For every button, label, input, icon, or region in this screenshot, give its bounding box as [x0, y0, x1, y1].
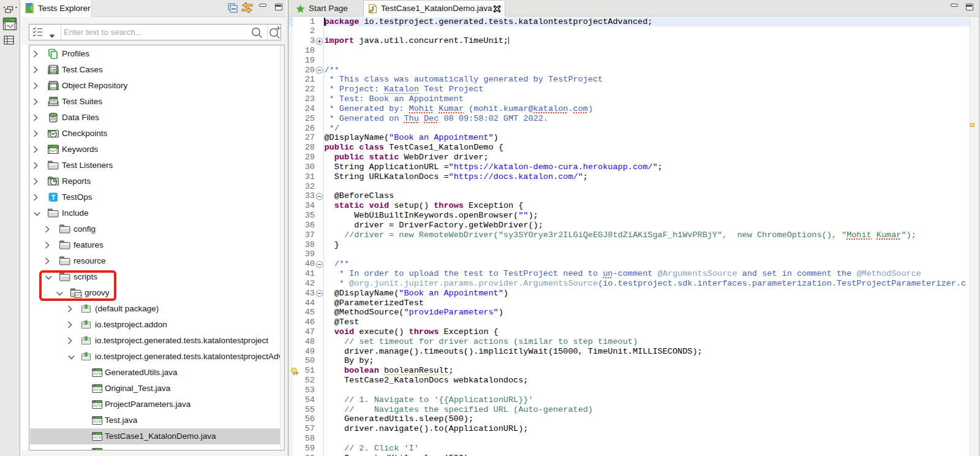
svg-text:T: T [51, 194, 56, 201]
svg-text:</>: </> [94, 419, 101, 424]
svg-text:</>: </> [94, 371, 101, 376]
svg-text:</>: </> [94, 387, 101, 392]
svg-text:</>: </> [94, 403, 101, 408]
svg-text:</>: </> [94, 435, 101, 440]
svg-text:!: ! [370, 10, 371, 13]
